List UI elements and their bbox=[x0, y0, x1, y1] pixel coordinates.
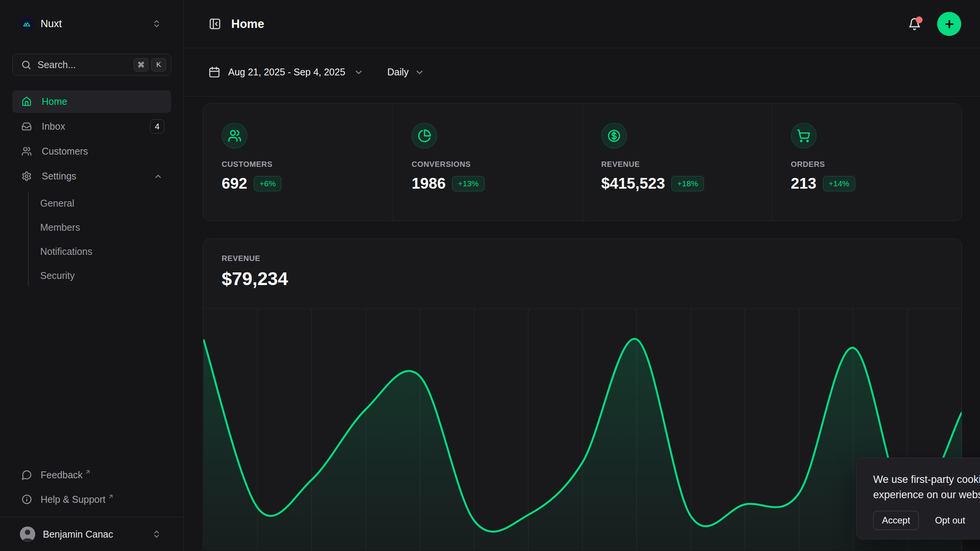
sidebar-item-inbox[interactable]: Inbox 4 bbox=[12, 115, 171, 138]
inbox-icon bbox=[21, 121, 32, 132]
chevrons-up-down-icon bbox=[152, 19, 161, 28]
stat-delta-badge: +14% bbox=[823, 176, 855, 191]
revenue-chart-svg bbox=[203, 309, 962, 550]
stat-label: REVENUE bbox=[601, 160, 757, 169]
revenue-chart-value: $79,234 bbox=[222, 268, 943, 289]
search-placeholder: Search... bbox=[38, 59, 131, 70]
sidebar: Nuxt Search... ⌘ K Home bbox=[0, 0, 184, 551]
sidebar-item-notifications[interactable]: Notifications bbox=[12, 240, 171, 264]
chevron-down-icon bbox=[415, 67, 425, 77]
external-link-arrow-icon bbox=[108, 493, 114, 500]
kbd-k: K bbox=[151, 58, 166, 72]
sidebar-item-customers[interactable]: Customers bbox=[12, 140, 171, 163]
search-icon bbox=[21, 60, 31, 70]
add-button[interactable] bbox=[937, 12, 961, 36]
inbox-count-badge: 4 bbox=[150, 119, 164, 134]
sidebar-item-settings[interactable]: Settings bbox=[12, 165, 171, 187]
home-icon bbox=[21, 96, 32, 107]
shopping-cart-icon bbox=[791, 123, 817, 148]
info-circle-icon bbox=[21, 494, 32, 505]
sub-item-label: Notifications bbox=[40, 246, 92, 257]
revenue-chart-label: REVENUE bbox=[222, 254, 943, 263]
stat-label: ORDERS bbox=[791, 160, 946, 169]
stat-customers[interactable]: CUSTOMERS 692 +6% bbox=[203, 104, 393, 221]
stat-value: 1986 bbox=[412, 175, 446, 192]
user-avatar bbox=[20, 527, 35, 542]
search-input[interactable]: Search... ⌘ K bbox=[12, 54, 171, 76]
sidebar-nav: Home Inbox 4 Customers bbox=[12, 90, 171, 290]
date-range-picker[interactable]: Aug 21, 2025 - Sep 4, 2025 bbox=[208, 66, 364, 78]
sidebar-user-area: Benjamin Canac bbox=[0, 517, 183, 551]
accept-cookies-button[interactable]: Accept bbox=[873, 511, 919, 530]
stat-orders[interactable]: ORDERS 213 +14% bbox=[772, 104, 962, 221]
stat-conversions[interactable]: CONVERSIONS 1986 +13% bbox=[393, 104, 582, 221]
user-name: Benjamin Canac bbox=[43, 529, 113, 540]
notifications-button[interactable] bbox=[908, 18, 921, 31]
stat-delta-badge: +6% bbox=[254, 176, 282, 191]
users-icon bbox=[21, 146, 32, 156]
stat-revenue[interactable]: REVENUE $415,523 +18% bbox=[583, 104, 772, 221]
sidebar-item-label: Settings bbox=[42, 171, 76, 182]
stat-delta-badge: +18% bbox=[671, 176, 704, 191]
nuxt-logo-icon bbox=[20, 17, 34, 31]
chevron-up-icon bbox=[154, 172, 163, 181]
chevrons-up-down-icon bbox=[152, 530, 161, 539]
message-bubble-icon bbox=[21, 469, 32, 480]
kbd-meta: ⌘ bbox=[134, 58, 149, 72]
feedback-link[interactable]: Feedback bbox=[12, 464, 171, 486]
cookie-message: We use first-party cookies to enhance yo… bbox=[873, 472, 980, 502]
sub-item-label: General bbox=[40, 198, 74, 209]
calendar-icon bbox=[208, 66, 220, 78]
stat-label: CUSTOMERS bbox=[222, 160, 377, 169]
notification-dot bbox=[916, 16, 923, 23]
sidebar-item-general[interactable]: General bbox=[12, 191, 171, 215]
granularity-select[interactable]: Daily bbox=[387, 67, 425, 78]
cookie-banner: We use first-party cookies to enhance yo… bbox=[856, 458, 980, 540]
workspace-switcher[interactable]: Nuxt bbox=[12, 15, 171, 33]
sidebar-item-members[interactable]: Members bbox=[12, 215, 171, 240]
sidebar-footer-links: Feedback Help & Support bbox=[12, 464, 171, 514]
page-title: Home bbox=[231, 17, 264, 31]
revenue-chart-card: REVENUE $79,234 bbox=[203, 238, 962, 550]
topbar: Home bbox=[184, 0, 980, 48]
help-support-link[interactable]: Help & Support bbox=[12, 489, 171, 510]
sub-item-label: Members bbox=[40, 222, 80, 233]
sidebar-item-home[interactable]: Home bbox=[12, 90, 171, 113]
chevron-down-icon bbox=[354, 67, 364, 77]
sidebar-item-security[interactable]: Security bbox=[12, 264, 171, 288]
stat-value: $415,523 bbox=[601, 175, 665, 192]
granularity-value: Daily bbox=[387, 67, 409, 78]
stat-delta-badge: +13% bbox=[452, 176, 484, 191]
sub-item-label: Security bbox=[40, 270, 75, 281]
date-range-value: Aug 21, 2025 - Sep 4, 2025 bbox=[228, 67, 345, 78]
settings-sub-list: General Members Notifications Security bbox=[12, 190, 171, 290]
sidebar-item-label: Inbox bbox=[42, 121, 65, 132]
stat-value: 692 bbox=[222, 175, 247, 192]
collapse-sidebar-icon[interactable] bbox=[209, 18, 221, 30]
gear-icon bbox=[21, 171, 32, 181]
external-link-arrow-icon bbox=[85, 469, 91, 475]
user-menu[interactable]: Benjamin Canac bbox=[20, 523, 161, 545]
plus-icon bbox=[944, 18, 955, 30]
filter-bar: Aug 21, 2025 - Sep 4, 2025 Daily bbox=[184, 48, 980, 96]
sidebar-item-label: Customers bbox=[42, 146, 88, 157]
feedback-label: Feedback bbox=[41, 469, 83, 481]
stat-label: CONVERSIONS bbox=[412, 160, 567, 169]
dollar-circle-icon bbox=[601, 123, 627, 148]
help-support-label: Help & Support bbox=[41, 494, 106, 505]
pie-chart-icon bbox=[412, 123, 437, 148]
stats-row: CUSTOMERS 692 +6% CONVERSIONS 1986 +13% bbox=[203, 103, 962, 221]
workspace-name: Nuxt bbox=[41, 18, 62, 30]
users-icon bbox=[222, 123, 247, 148]
sidebar-item-label: Home bbox=[42, 96, 67, 107]
main-area: Home Aug 21, 2025 - Sep 4, 2025 bbox=[184, 0, 980, 551]
opt-out-button[interactable]: Opt out bbox=[935, 515, 965, 526]
stat-value: 213 bbox=[791, 175, 817, 192]
revenue-area-chart[interactable] bbox=[203, 308, 962, 550]
